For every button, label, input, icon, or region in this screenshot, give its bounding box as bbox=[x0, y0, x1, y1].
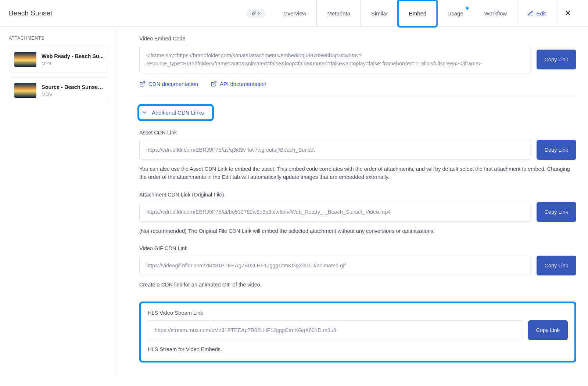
hls-link-box[interactable]: https://stream.mux.com/xMz31PTEEAg7B02LH… bbox=[148, 320, 523, 340]
video-embed-code-box[interactable]: <iframe src='https://brandfolder.com/son… bbox=[139, 46, 531, 73]
gif-cdn-helper: Create a CDN link for an animated GIF of… bbox=[139, 281, 576, 289]
attachment-thumbnail bbox=[14, 52, 36, 67]
gif-cdn-label: Video GIF CDN Link bbox=[139, 245, 576, 251]
attachment-count-value: 2 bbox=[258, 11, 261, 16]
attachment-card[interactable]: Web Ready - Beach Su... MP4 bbox=[9, 47, 108, 72]
copy-gif-cdn-button[interactable]: Copy Link bbox=[537, 256, 576, 275]
tab-overview[interactable]: Overview bbox=[273, 0, 317, 26]
tab-similar[interactable]: Similar bbox=[361, 0, 398, 26]
copy-hls-button[interactable]: Copy Link bbox=[528, 320, 568, 340]
svg-line-0 bbox=[142, 82, 145, 84]
attachment-card[interactable]: Source - Beach Sunset ... MOV bbox=[9, 77, 108, 103]
pencil-icon bbox=[528, 10, 534, 16]
hls-section-highlight: HLS Video Stream Link https://stream.mux… bbox=[139, 302, 576, 362]
asset-cdn-helper: You can also use the Asset CDN Link to e… bbox=[139, 165, 576, 181]
tab-edit[interactable]: Edit bbox=[517, 0, 556, 26]
tab-embed[interactable]: Embed bbox=[398, 0, 437, 26]
external-link-icon bbox=[139, 81, 146, 87]
attachment-title: Web Ready - Beach Su... bbox=[42, 53, 104, 59]
svg-line-1 bbox=[213, 82, 216, 84]
asset-cdn-label: Asset CDN Link bbox=[139, 130, 576, 136]
copy-asset-cdn-button[interactable]: Copy Link bbox=[537, 140, 576, 160]
hls-helper: HLS Stream for Video Embeds. bbox=[148, 345, 568, 353]
cdn-documentation-link[interactable]: CDN documentation bbox=[139, 81, 198, 87]
hls-label: HLS Video Stream Link bbox=[148, 310, 568, 316]
gif-cdn-link-box[interactable]: https://videogif.bfldr.com/xMz31PTEEAg7B… bbox=[139, 256, 531, 275]
header-tabs: Overview Metadata Similar Embed Usage Wo… bbox=[273, 0, 579, 26]
attachment-cdn-link-box[interactable]: https://cdn.bfldr.com/EBRJ9P75/at/bq5397… bbox=[139, 202, 531, 222]
copy-video-embed-button[interactable]: Copy Link bbox=[537, 50, 576, 69]
main-content: Video Embed Code <iframe src='https://br… bbox=[117, 27, 588, 377]
attachment-format: MP4 bbox=[42, 61, 104, 66]
divider bbox=[139, 97, 576, 97]
api-documentation-link[interactable]: API documentation bbox=[211, 81, 266, 87]
copy-attachment-cdn-button[interactable]: Copy Link bbox=[537, 202, 576, 222]
asset-cdn-link-box[interactable]: https://cdn.bfldr.com/EBRJ9P75/as/q3i03v… bbox=[139, 140, 531, 160]
tab-workflow[interactable]: Workflow bbox=[474, 0, 517, 26]
additional-cdn-links-toggle[interactable]: Additional CDN Links bbox=[139, 106, 212, 119]
tab-usage[interactable]: Usage bbox=[437, 0, 473, 26]
attachment-count-pill: 2 bbox=[246, 9, 265, 18]
asset-title: Beach Sunset bbox=[9, 9, 52, 17]
attachment-format: MOV bbox=[42, 91, 104, 97]
notification-dot-icon bbox=[466, 7, 469, 10]
external-link-icon bbox=[211, 81, 217, 87]
close-button[interactable]: ✕ bbox=[556, 0, 579, 26]
header-bar: Beach Sunset 2 Overview Metadata Similar… bbox=[0, 0, 588, 27]
video-embed-label: Video Embed Code bbox=[139, 36, 576, 42]
attachment-cdn-label: Attachment CDN Link (Original File) bbox=[139, 192, 576, 198]
tab-metadata[interactable]: Metadata bbox=[316, 0, 361, 26]
chevron-down-icon bbox=[141, 109, 147, 115]
sidebar: ATTACHMENTS Web Ready - Beach Su... MP4 … bbox=[0, 27, 117, 377]
paperclip-icon bbox=[251, 11, 256, 16]
attachment-cdn-helper: (Not recommended) The Original File CDN … bbox=[139, 227, 576, 235]
sidebar-heading: ATTACHMENTS bbox=[9, 36, 108, 41]
attachment-thumbnail bbox=[14, 83, 36, 98]
attachment-title: Source - Beach Sunset ... bbox=[42, 84, 104, 90]
